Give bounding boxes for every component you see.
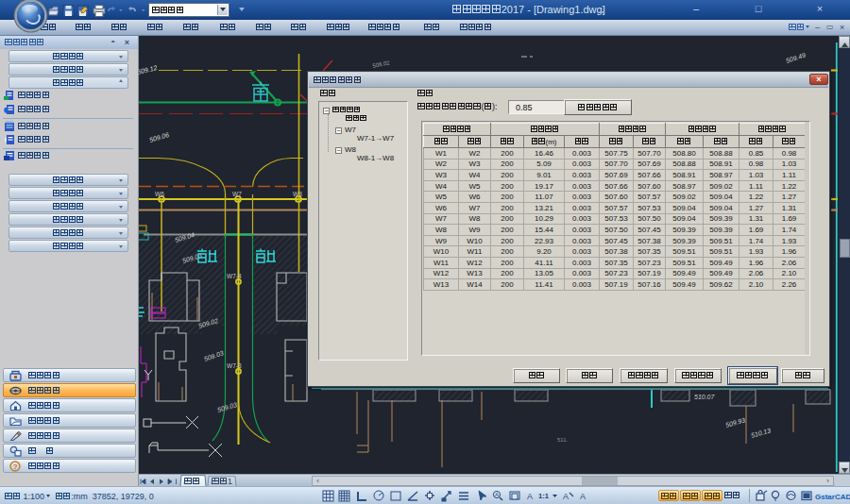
svg-text:511.: 511. (557, 437, 569, 443)
svg-text:W7-3: W7-3 (227, 362, 242, 369)
svg-text:509.49: 509.49 (785, 52, 807, 64)
svg-text:509.06: 509.06 (148, 131, 170, 143)
svg-text:?: ? (13, 462, 18, 471)
svg-text:W8: W8 (293, 191, 302, 197)
svg-text:509.03: 509.03 (203, 349, 225, 362)
svg-text:W7-4: W7-4 (227, 273, 242, 279)
svg-text:W6: W6 (155, 191, 164, 197)
svg-text:A: A (580, 492, 586, 501)
svg-text:A: A (495, 492, 499, 497)
svg-text:W7: W7 (232, 191, 242, 197)
svg-text:510.13: 510.13 (750, 427, 772, 439)
svg-text:509.93: 509.93 (724, 416, 746, 428)
svg-text:510.07: 510.07 (694, 394, 716, 400)
svg-text:1:1: 1:1 (538, 492, 549, 500)
svg-text:A: A (563, 492, 569, 501)
svg-text:509.12: 509.12 (139, 64, 158, 76)
svg-text:508.02: 508.02 (372, 59, 391, 69)
svg-text:509.03: 509.03 (216, 401, 238, 413)
svg-text:A: A (527, 492, 533, 501)
